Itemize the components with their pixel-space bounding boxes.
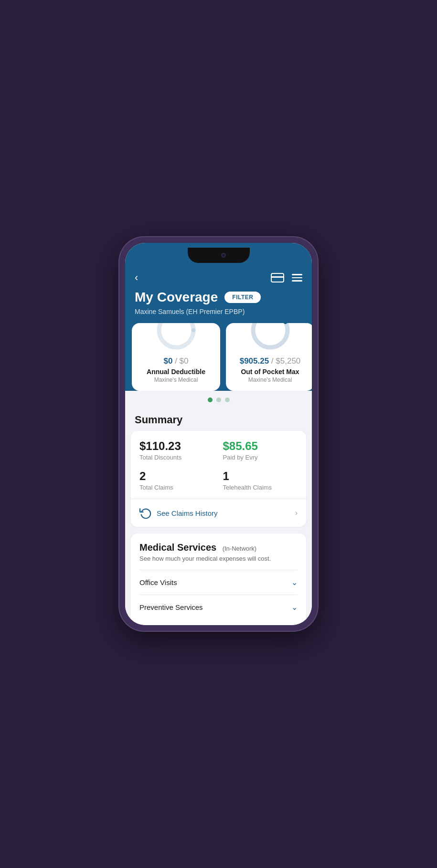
claims-history-chevron: › [295,509,298,517]
menu-line-2 [292,277,302,279]
card-icon[interactable] [271,273,284,282]
cards-section: $0 / $0 Annual Deductible Maxine's Medic… [125,323,312,391]
telehealth-claims-desc: Telehealth Claims [223,484,298,491]
in-network-badge: (In-Network) [223,545,257,552]
medical-services-header: Medical Services (In-Network) [139,542,298,553]
donut-deductible [155,323,198,352]
oop-label: Out of Pocket Max [241,368,299,376]
notch [188,248,250,263]
back-button[interactable]: ‹ [135,272,138,284]
menu-line-1 [292,274,302,275]
deductible-label: Annual Deductible [147,368,205,376]
medical-services-title: Medical Services [139,542,216,553]
header-title-row: My Coverage FILTER [135,290,302,305]
donut-oop [249,323,292,352]
cards-scroll: $0 / $0 Annual Deductible Maxine's Medic… [125,323,312,391]
summary-card: $110.23 Total Discounts $85.65 Paid by E… [131,431,306,527]
office-visits-chevron: ⌄ [291,578,298,587]
page-title: My Coverage [135,290,218,305]
preventive-services-chevron: ⌄ [291,603,298,612]
summary-title: Summary [125,407,312,431]
oop-sublabel: Maxine's Medical [248,376,292,383]
dot-2[interactable] [216,397,221,402]
summary-item-telehealth: 1 Telehealth Claims [223,470,298,491]
total-claims-value: 2 [139,470,214,483]
screen: ‹ My Coverage FILTER Maxine Samuels (EH … [125,243,312,625]
header-top: ‹ [135,272,302,284]
oop-main: $905.25 [240,356,269,366]
telehealth-claims-value: 1 [223,470,298,483]
deductible-main: $0 [163,356,172,366]
history-icon [139,507,152,519]
deductible-sublabel: Maxine's Medical [154,376,198,383]
coverage-card-deductible[interactable]: $0 / $0 Annual Deductible Maxine's Medic… [132,323,220,391]
coverage-card-oop[interactable]: $905.25 / $5,250 Out of Pocket Max Maxin… [226,323,312,391]
office-visits-label: Office Visits [139,578,177,586]
header: ‹ My Coverage FILTER Maxine Samuels (EH … [125,267,312,323]
donut-chart-1 [155,323,198,352]
dot-3[interactable] [225,397,230,402]
total-claims-desc: Total Claims [139,484,214,491]
header-icons [271,273,302,282]
svg-point-2 [163,323,190,344]
main-content: Summary $110.23 Total Discounts $85.65 P… [125,407,312,625]
claims-history-label: See Claims History [157,509,218,517]
deductible-total: / $0 [175,356,188,366]
header-subtitle: Maxine Samuels (EH Premier EPBP) [135,308,302,323]
card-amount-deductible: $0 / $0 [163,356,188,366]
medical-services-desc: See how much your medical expenses will … [139,555,298,562]
summary-item-claims: 2 Total Claims [139,470,214,491]
preventive-services-label: Preventive Services [139,603,203,611]
claims-history-left: See Claims History [139,507,218,519]
total-discounts-desc: Total Discounts [139,454,214,461]
menu-icon[interactable] [292,274,302,282]
phone-frame: ‹ My Coverage FILTER Maxine Samuels (EH … [119,237,318,631]
service-row-office-visits[interactable]: Office Visits ⌄ [139,570,298,595]
service-row-preventive[interactable]: Preventive Services ⌄ [139,595,298,619]
dot-1[interactable] [208,397,213,402]
paid-evry-value: $85.65 [223,439,298,453]
total-discounts-value: $110.23 [139,439,214,453]
paid-evry-desc: Paid by Evry [223,454,298,461]
medical-services-card: Medical Services (In-Network) See how mu… [131,533,306,625]
card-amount-oop: $905.25 / $5,250 [240,356,301,366]
claims-history-row[interactable]: See Claims History › [139,499,298,527]
camera-dot [221,253,226,258]
summary-item-discounts: $110.23 Total Discounts [139,439,214,461]
summary-item-evry: $85.65 Paid by Evry [223,439,298,461]
filter-button[interactable]: FILTER [224,292,261,303]
svg-point-5 [257,323,284,344]
dots-row [125,391,312,407]
menu-line-3 [292,280,302,282]
summary-grid: $110.23 Total Discounts $85.65 Paid by E… [139,439,298,491]
oop-total: / $5,250 [271,356,300,366]
notch-area [125,243,312,267]
donut-chart-2 [249,323,292,352]
